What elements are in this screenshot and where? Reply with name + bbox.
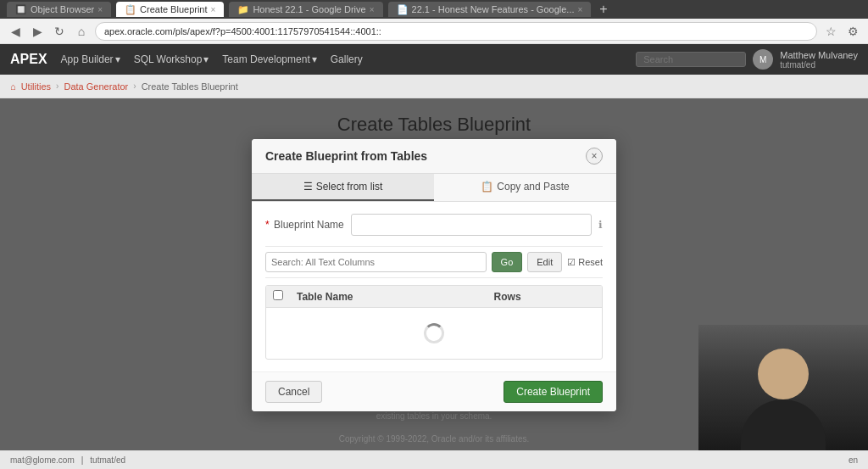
th-checkbox — [266, 286, 290, 308]
home-button[interactable]: ⌂ — [73, 23, 90, 40]
tab-label: Create Blueprint — [140, 4, 208, 14]
breadcrumb: ⌂ Utilities › Data Generator › Create Ta… — [0, 75, 868, 98]
body — [741, 399, 826, 450]
browser-tab-create-blueprint[interactable]: 📋 Create Blueprint × — [116, 2, 224, 17]
tab-label: Honest 22.1 - Google Drive — [253, 4, 365, 14]
nav-label: Team Development — [222, 53, 309, 65]
tab-select-from-list[interactable]: ☰ Select from list — [252, 174, 434, 201]
refresh-button[interactable]: ↻ — [51, 23, 68, 40]
modal-footer: Cancel Create Blueprint — [252, 371, 616, 411]
user-info: Matthew Mulvaney tutmat/ed — [780, 50, 858, 70]
nav-item-team-development[interactable]: Team Development ▾ — [222, 53, 316, 65]
browser-toolbar: ◀ ▶ ↻ ⌂ ☆ ⚙ — [0, 19, 868, 44]
tab-close-active-icon[interactable]: × — [211, 5, 216, 14]
checkbox-reset-icon: ☑ — [567, 257, 576, 268]
filter-row: Go Edit ☑ Reset — [265, 246, 603, 278]
apex-logo: APEX — [10, 52, 47, 67]
tab-label: 22.1 - Honest New Features - Google... — [412, 4, 575, 14]
forward-button[interactable]: ▶ — [29, 23, 46, 40]
help-icon[interactable]: ℹ — [598, 219, 603, 231]
list-icon: ☰ — [303, 181, 313, 193]
nav-item-app-builder[interactable]: App Builder ▾ — [61, 53, 120, 65]
chevron-down-icon-2: ▾ — [203, 53, 209, 65]
breadcrumb-data-generator[interactable]: Data Generator — [64, 81, 128, 92]
data-table: Table Name Rows — [266, 286, 602, 308]
footer-email: mat@glome.com — [10, 455, 75, 465]
browser-tab-object-browser[interactable]: 🔲 Object Browser × — [7, 2, 111, 17]
breadcrumb-current: Create Tables Blueprint — [142, 81, 238, 92]
apex-navigation: APEX App Builder ▾ SQL Workshop ▾ Team D… — [0, 44, 868, 75]
modal-tabs: ☰ Select from list 📋 Copy and Paste — [252, 174, 616, 202]
go-button[interactable]: Go — [492, 252, 523, 272]
copy-icon: 📋 — [481, 181, 493, 193]
tab-select-label: Select from list — [316, 181, 383, 193]
breadcrumb-utilities[interactable]: Utilities — [21, 81, 51, 92]
footer-user: tutmat/ed — [90, 455, 125, 465]
user-username: tutmat/ed — [780, 60, 858, 70]
blueprint-name-input[interactable] — [351, 214, 592, 236]
tab-label: Object Browser — [31, 4, 94, 14]
browser-chrome: 🔲 Object Browser × 📋 Create Blueprint × … — [0, 0, 868, 19]
avatar: M — [753, 49, 773, 70]
nav-item-sql-workshop[interactable]: SQL Workshop ▾ — [134, 53, 209, 65]
status-bar: mat@glome.com | tutmat/ed en — [0, 450, 868, 469]
search-all-columns-input[interactable] — [265, 252, 487, 272]
address-bar[interactable] — [95, 22, 817, 41]
modal-title: Create Blueprint from Tables — [265, 149, 427, 163]
breadcrumb-sep-1: › — [56, 81, 58, 91]
nav-label: App Builder — [61, 53, 114, 65]
th-rows: Rows — [487, 286, 602, 308]
browser-tab-google-drive[interactable]: 📁 Honest 22.1 - Google Drive × — [229, 2, 382, 17]
cancel-button[interactable]: Cancel — [265, 381, 322, 403]
breadcrumb-sep-2: › — [133, 81, 136, 91]
video-person — [698, 325, 868, 450]
select-all-checkbox[interactable] — [273, 290, 283, 300]
search-input[interactable] — [636, 52, 746, 67]
tab-icon: 📋 — [125, 4, 136, 15]
modal-close-button[interactable]: × — [586, 148, 603, 165]
user-name: Matthew Mulvaney — [780, 50, 858, 60]
tab-copy-and-paste[interactable]: 📋 Copy and Paste — [434, 174, 616, 201]
nav-item-gallery[interactable]: Gallery — [331, 53, 363, 65]
blueprint-name-label: * Blueprint Name — [265, 219, 344, 231]
chevron-down-icon: ▾ — [115, 53, 120, 65]
tab-paste-label: Copy and Paste — [497, 181, 569, 193]
tab-icon: 🔲 — [15, 4, 27, 15]
th-table-name: Table Name — [290, 286, 487, 308]
tab-icon: 📁 — [237, 4, 249, 15]
modal-body: * Blueprint Name ℹ Go Edit ☑ Reset — [252, 202, 616, 371]
chevron-down-icon-3: ▾ — [312, 53, 317, 65]
footer-locale: en — [849, 455, 858, 465]
nav-label: Gallery — [331, 53, 363, 65]
reset-button[interactable]: ☑ Reset — [567, 257, 603, 268]
table-container: Table Name Rows — [265, 285, 603, 360]
create-blueprint-button[interactable]: Create Blueprint — [504, 381, 603, 403]
loading-spinner — [424, 323, 444, 343]
nav-search-area: M Matthew Mulvaney tutmat/ed — [636, 49, 858, 70]
breadcrumb-icon: ⌂ — [10, 81, 16, 92]
tab-icon: 📄 — [397, 4, 409, 15]
modal-dialog: Create Blueprint from Tables × ☰ Select … — [252, 139, 616, 411]
modal-header: Create Blueprint from Tables × — [252, 139, 616, 174]
new-tab-button[interactable]: + — [599, 2, 607, 17]
head — [758, 349, 809, 399]
loading-area — [266, 308, 602, 359]
back-button[interactable]: ◀ — [7, 23, 24, 40]
tab-close-icon[interactable]: × — [97, 5, 103, 14]
bookmark-button[interactable]: ☆ — [822, 23, 839, 40]
blueprint-name-row: * Blueprint Name ℹ — [265, 214, 603, 236]
tab-close-icon-3[interactable]: × — [578, 5, 583, 14]
nav-label: SQL Workshop — [134, 53, 203, 65]
person-silhouette — [728, 340, 838, 450]
video-thumbnail — [698, 325, 868, 450]
extensions-button[interactable]: ⚙ — [844, 23, 861, 40]
tab-close-icon-2[interactable]: × — [370, 5, 375, 14]
required-indicator: * — [265, 219, 270, 231]
edit-button[interactable]: Edit — [527, 252, 562, 272]
browser-tab-google-features[interactable]: 📄 22.1 - Honest New Features - Google...… — [388, 2, 592, 17]
